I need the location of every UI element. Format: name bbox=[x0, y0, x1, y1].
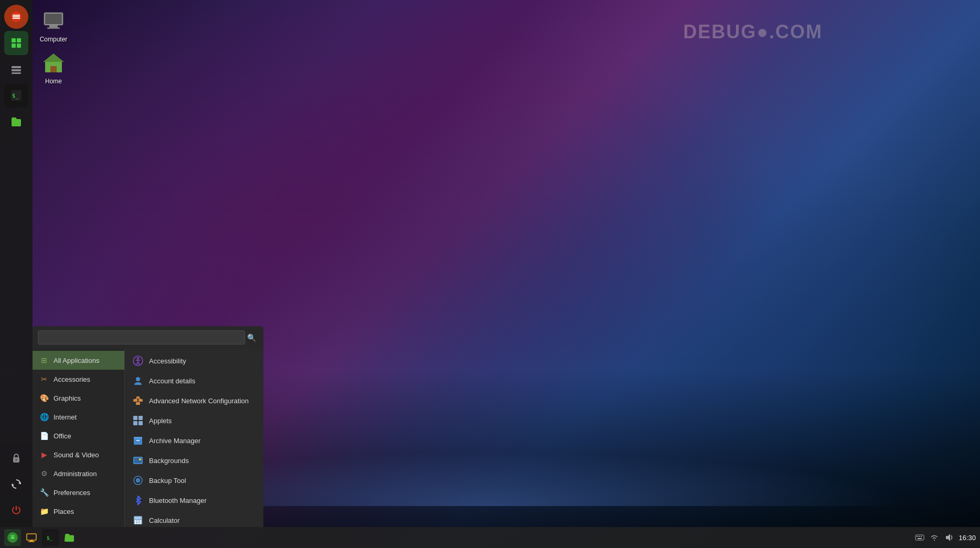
category-sound-video-label: Sound & Video bbox=[54, 451, 99, 459]
app-calculator[interactable]: Calculator bbox=[125, 510, 263, 527]
category-all-label: All Applications bbox=[54, 357, 99, 364]
app-accessibility[interactable]: Accessibility bbox=[125, 351, 263, 371]
app-backgrounds[interactable]: Backgrounds bbox=[125, 450, 263, 470]
backgrounds-app-icon bbox=[132, 455, 144, 466]
category-preferences[interactable]: 🔧 Preferences bbox=[33, 483, 124, 502]
svg-rect-31 bbox=[136, 402, 140, 405]
svg-rect-70 bbox=[915, 535, 924, 540]
svg-rect-40 bbox=[133, 421, 137, 425]
app-backup-tool[interactable]: Backup Tool bbox=[125, 470, 263, 490]
category-office[interactable]: 📄 Office bbox=[33, 426, 124, 445]
svg-point-47 bbox=[139, 458, 141, 460]
accessibility-label: Accessibility bbox=[149, 357, 186, 365]
svg-rect-71 bbox=[917, 536, 918, 537]
svg-rect-56 bbox=[135, 522, 136, 524]
svg-rect-73 bbox=[921, 536, 922, 537]
app-advanced-network[interactable]: Advanced Network Configuration bbox=[125, 391, 263, 411]
dock-terminal-button[interactable]: $_ bbox=[4, 83, 28, 108]
all-apps-icon: ⊞ bbox=[39, 355, 49, 366]
desktop-icon-home[interactable]: Home bbox=[33, 47, 74, 88]
recent-icon: 📁 bbox=[39, 525, 49, 527]
account-app-icon bbox=[132, 375, 144, 386]
desktop-icon-computer[interactable]: Computer bbox=[33, 5, 74, 46]
taskbar: $_ 16:30 bbox=[0, 527, 980, 548]
svg-marker-5 bbox=[43, 53, 64, 62]
dock-lock-button[interactable] bbox=[4, 446, 28, 470]
computer-label: Computer bbox=[40, 36, 68, 43]
category-accessories-label: Accessories bbox=[54, 375, 90, 383]
places-icon: 📁 bbox=[39, 506, 49, 517]
category-accessories[interactable]: ✂ Accessories bbox=[33, 370, 124, 389]
svg-marker-23 bbox=[12, 483, 14, 486]
office-icon: 📄 bbox=[39, 431, 49, 441]
backup-tool-label: Backup Tool bbox=[149, 477, 186, 485]
svg-rect-53 bbox=[135, 520, 136, 522]
dock-layers-button[interactable] bbox=[4, 57, 28, 81]
network-app-icon bbox=[132, 395, 144, 406]
search-button[interactable]: 🔍 bbox=[245, 331, 258, 344]
computer-icon bbox=[41, 8, 66, 34]
svg-rect-17 bbox=[12, 72, 21, 74]
svg-rect-9 bbox=[13, 16, 20, 17]
dock-grid-button[interactable] bbox=[4, 31, 28, 55]
search-bar: 🔍 bbox=[33, 326, 263, 349]
search-input[interactable] bbox=[38, 330, 245, 345]
apps-panel: Accessibility Account details Advanced N… bbox=[124, 349, 263, 527]
dock-power-button[interactable] bbox=[4, 498, 28, 522]
app-applets[interactable]: Applets bbox=[125, 411, 263, 431]
svg-marker-22 bbox=[18, 482, 20, 485]
applets-app-icon bbox=[132, 415, 144, 426]
menu-content: ⊞ All Applications ✂ Accessories 🎨 Graph… bbox=[33, 349, 263, 527]
taskbar-mint-menu[interactable] bbox=[4, 529, 21, 546]
svg-rect-38 bbox=[133, 416, 137, 420]
svg-rect-12 bbox=[17, 38, 21, 42]
svg-rect-8 bbox=[13, 15, 20, 16]
svg-rect-43 bbox=[134, 437, 142, 439]
svg-line-29 bbox=[138, 362, 140, 364]
category-all[interactable]: ⊞ All Applications bbox=[33, 351, 124, 370]
taskbar-keyboard-icon[interactable] bbox=[914, 532, 925, 543]
category-recent[interactable]: 📁 Recent Files bbox=[33, 521, 124, 527]
preferences-icon: 🔧 bbox=[39, 487, 49, 498]
account-details-label: Account details bbox=[149, 377, 195, 385]
category-graphics-label: Graphics bbox=[54, 394, 81, 402]
category-places[interactable]: 📁 Places bbox=[33, 502, 124, 521]
backgrounds-label: Backgrounds bbox=[149, 457, 189, 465]
app-account-details[interactable]: Account details bbox=[125, 371, 263, 391]
dock-files-button[interactable] bbox=[4, 110, 28, 134]
clock[interactable]: 16:30 bbox=[958, 534, 976, 542]
category-sound-video[interactable]: ▶ Sound & Video bbox=[33, 445, 124, 464]
category-graphics[interactable]: 🎨 Graphics bbox=[33, 389, 124, 407]
app-archive-manager[interactable]: Archive Manager bbox=[125, 431, 263, 450]
svg-text:$_: $_ bbox=[47, 535, 52, 541]
dock-update-button[interactable] bbox=[4, 472, 28, 496]
taskbar-network-icon[interactable] bbox=[929, 532, 940, 543]
taskbar-right: 16:30 bbox=[914, 532, 976, 543]
category-places-label: Places bbox=[54, 508, 74, 515]
home-icon bbox=[41, 50, 66, 76]
category-internet-label: Internet bbox=[54, 413, 77, 421]
dock: $_ bbox=[0, 0, 33, 527]
home-label: Home bbox=[45, 78, 62, 85]
dock-menu-button[interactable] bbox=[4, 5, 28, 29]
category-office-label: Office bbox=[54, 432, 71, 440]
svg-rect-37 bbox=[136, 396, 140, 399]
taskbar-left: $_ bbox=[4, 529, 78, 546]
svg-point-50 bbox=[137, 480, 139, 481]
graphics-icon: 🎨 bbox=[39, 393, 49, 403]
category-internet[interactable]: 🌐 Internet bbox=[33, 407, 124, 426]
taskbar-audio-icon[interactable] bbox=[944, 532, 954, 543]
svg-rect-74 bbox=[918, 538, 922, 539]
taskbar-files[interactable] bbox=[61, 529, 78, 546]
svg-rect-2 bbox=[49, 25, 58, 27]
taskbar-show-desktop[interactable] bbox=[23, 529, 40, 546]
svg-point-30 bbox=[136, 377, 140, 381]
app-bluetooth-manager[interactable]: Bluetooth Manager bbox=[125, 490, 263, 510]
svg-rect-55 bbox=[140, 520, 141, 522]
category-administration[interactable]: ⚙ Administration bbox=[33, 464, 124, 483]
taskbar-terminal[interactable]: $_ bbox=[42, 529, 59, 546]
svg-text:$_: $_ bbox=[12, 93, 19, 99]
backup-app-icon bbox=[132, 475, 144, 486]
category-recent-label: Recent Files bbox=[54, 526, 91, 528]
applets-label: Applets bbox=[149, 417, 172, 425]
